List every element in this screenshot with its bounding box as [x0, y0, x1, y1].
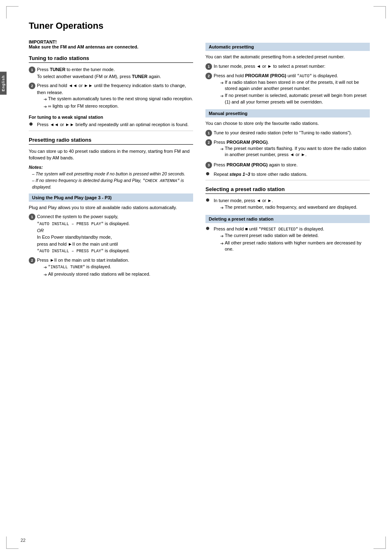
plug-play-box-title: Using the Plug and Play (page 3 - P3) — [29, 193, 193, 202]
auto-presetting-box-title: Automatic presetting — [205, 43, 370, 51]
tuning-step-1-content: Press TUNER to enter the tuner mode. To … — [37, 66, 193, 80]
auto-presetting-step-2: 2 Press and hold PROGRAM (PROG) until "A… — [205, 72, 370, 106]
note-2: – If no stereo frequency is detected dur… — [32, 177, 193, 190]
tuning-step-2-content: Press and hold ◄◄ or ►► until the freque… — [37, 82, 193, 111]
weak-signal-content: Press ◄◄ or ►► briefly and repeatedly un… — [37, 121, 193, 128]
plug-play-step-1-content: Connect the system to the power supply, … — [37, 213, 193, 254]
tuning-arrow-text-2: ∞ lights up for FM stereo reception. — [48, 103, 119, 109]
arrow-icon-7: ➔ — [220, 146, 224, 152]
auto-presetting-step-1: 1 In tuner mode, press ◄ or ► to select … — [205, 63, 370, 70]
manual-step-3: 3 Press PROGRAM (PROG) again to store. — [205, 161, 370, 168]
manual-step-4-content: Repeat steps 1~3 to store other radio st… — [214, 171, 370, 178]
plug-play-arrow-2: ➔ All previously stored radio stations w… — [44, 271, 193, 278]
corner-mark-tl — [6, 6, 18, 18]
auto-presetting-step-num-2: 2 — [205, 73, 212, 79]
manual-presetting-intro: You can choose to store only the favouri… — [205, 120, 370, 127]
right-column: Automatic presetting You can start the a… — [205, 39, 370, 281]
auto-arrow-2: ➔ If no preset number is selected, autom… — [220, 92, 370, 105]
arrow-icon-6: ➔ — [220, 93, 224, 99]
tuning-step-2: 2 Press and hold ◄◄ or ►► until the freq… — [29, 82, 193, 111]
corner-mark-bl — [6, 537, 18, 549]
plug-play-step-2: 2 Press ►II on the main unit to start in… — [29, 257, 193, 279]
notes-label: Notes: — [29, 165, 193, 170]
selecting-bullet-1: ● — [205, 197, 212, 202]
arrow-icon-4: ➔ — [44, 272, 47, 278]
manual-step-4: ● Repeat steps 1~3 to store other radio … — [205, 171, 370, 178]
plug-play-intro: Plug and Play allows you to store all av… — [29, 204, 193, 211]
section-presetting-title: Presetting radio stations — [29, 137, 193, 145]
plug-play-arrow-text-1: "INSTALL TUNER" is displayed. — [48, 264, 111, 270]
important-text: Make sure the FM and AM antennas are con… — [29, 44, 193, 49]
deleting-arrow-text-1: The current preset radio station will be… — [225, 233, 319, 239]
weak-signal-step: ● Press ◄◄ or ►► briefly and repeatedly … — [29, 121, 193, 128]
corner-mark-tr — [374, 6, 386, 18]
auto-arrow-1: ➔ If a radio station has been stored in … — [220, 79, 370, 92]
deleting-step-1: ● Press and hold ■ until "PRESET DELETED… — [205, 226, 370, 253]
divider-1 — [29, 131, 193, 131]
arrow-icon-5: ➔ — [220, 80, 224, 86]
tuning-step-1: 1 Press TUNER to enter the tuner mode. T… — [29, 66, 193, 80]
deleting-arrow-1: ➔ The current preset radio station will … — [220, 233, 370, 239]
section-selecting-title: Selecting a preset radio station — [205, 186, 370, 194]
manual-step-3-content: Press PROGRAM (PROG) again to store. — [214, 161, 370, 168]
plug-play-step-1: 1 Connect the system to the power supply… — [29, 213, 193, 254]
language-tab: English — [0, 72, 7, 95]
weak-signal-title: For tuning to a weak signal station — [29, 115, 193, 120]
arrow-icon-10: ➔ — [220, 240, 224, 246]
selecting-arrow-1: ➔ The preset number, radio frequency, an… — [220, 204, 370, 211]
arrow-icon-2: ➔ — [44, 104, 47, 110]
notes-section: Notes: – The system will exit presetting… — [29, 165, 193, 190]
weak-signal-bullet: ● — [29, 121, 35, 126]
important-box: IMPORTANT! Make sure the FM and AM anten… — [29, 39, 193, 49]
arrow-icon-9: ➔ — [220, 233, 224, 239]
manual-step-1: 1 Tune to your desired radio station (re… — [205, 129, 370, 136]
manual-step-num-2: 2 — [205, 139, 212, 146]
tuning-arrow-1: ➔ The system automatically tunes to the … — [44, 96, 193, 102]
divider-2 — [205, 180, 370, 180]
auto-presetting-step-2-content: Press and hold PROGRAM (PROG) until "AUT… — [214, 72, 370, 106]
selecting-step-1-content: In tuner mode, press ◄ or ►. ➔ The prese… — [214, 197, 370, 212]
tuning-arrow-2: ➔ ∞ lights up for FM stereo reception. — [44, 103, 193, 110]
auto-presetting-intro: You can start the automatic presetting f… — [205, 53, 370, 60]
manual-step-bullet-4: ● — [205, 171, 212, 176]
arrow-icon-8: ➔ — [220, 205, 224, 211]
plug-play-arrow-text-2: All previously stored radio stations wil… — [48, 271, 150, 277]
page-number: 22 — [21, 538, 25, 543]
manual-step-2: 2 Press PROGRAM (PROG). ➔ The preset num… — [205, 139, 370, 159]
deleting-preset-box-title: Deleting a preset radio station — [205, 215, 370, 223]
deleting-bullet-1: ● — [205, 226, 212, 230]
manual-step-num-3: 3 — [205, 162, 212, 168]
step-num-1: 1 — [29, 67, 35, 73]
deleting-step-1-content: Press and hold ■ until "PRESET DELETED" … — [214, 226, 370, 253]
step-num-2: 2 — [29, 83, 35, 89]
corner-mark-br — [374, 537, 386, 549]
manual-arrow-1: ➔ The preset number starts flashing. If … — [220, 145, 370, 158]
selecting-arrow-text-1: The preset number, radio frequency, and … — [225, 204, 357, 210]
arrow-icon-3: ➔ — [44, 264, 47, 270]
manual-step-1-content: Tune to your desired radio station (refe… — [214, 129, 370, 136]
manual-step-num-1: 1 — [205, 130, 212, 136]
plug-play-arrow-1: ➔ "INSTALL TUNER" is displayed. — [44, 264, 193, 270]
selecting-step-1: ● In tuner mode, press ◄ or ►. ➔ The pre… — [205, 197, 370, 212]
note-1: – The system will exit presetting mode i… — [32, 171, 193, 177]
plug-play-step-num-2: 2 — [29, 257, 35, 264]
manual-arrow-text-1: The preset number starts flashing. If yo… — [225, 145, 370, 158]
page-title: Tuner Operations — [21, 21, 371, 31]
content-area: IMPORTANT! Make sure the FM and AM anten… — [21, 39, 371, 281]
tuning-arrow-text-1: The system automatically tunes to the ne… — [48, 96, 193, 102]
manual-presetting-box-title: Manual presetting — [205, 109, 370, 117]
section-tuning-title: Tuning to radio stations — [29, 55, 193, 63]
auto-presetting-step-1-content: In tuner mode, press ◄ or ► to select a … — [214, 63, 370, 70]
auto-arrow-text-1: If a radio station has been stored in on… — [225, 79, 370, 92]
auto-arrow-text-2: If no preset number is selected, automat… — [225, 92, 370, 105]
presetting-intro: You can store up to 40 preset radio stat… — [29, 148, 193, 161]
deleting-arrow-2: ➔ All other preset radio stations with h… — [220, 240, 370, 253]
manual-step-2-content: Press PROGRAM (PROG). ➔ The preset numbe… — [214, 139, 370, 159]
left-column: IMPORTANT! Make sure the FM and AM anten… — [29, 39, 193, 281]
auto-presetting-step-num-1: 1 — [205, 63, 212, 70]
deleting-arrow-text-2: All other preset radio stations with hig… — [225, 240, 370, 253]
plug-play-step-num-1: 1 — [29, 214, 35, 220]
arrow-icon-1: ➔ — [44, 96, 47, 102]
important-label: IMPORTANT! — [29, 39, 193, 44]
page: English Tuner Operations IMPORTANT! Make… — [0, 0, 392, 555]
